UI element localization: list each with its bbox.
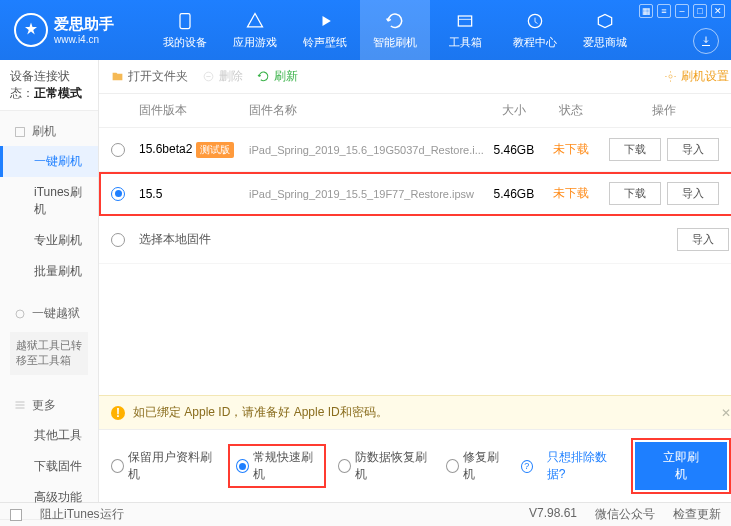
info-icon[interactable]: ? [521, 460, 533, 473]
mode-repair[interactable]: 修复刷机 [446, 449, 507, 483]
nav-3[interactable]: 智能刷机 [360, 0, 430, 60]
firmware-row[interactable]: 15.5iPad_Spring_2019_15.5_19F77_Restore.… [99, 172, 731, 216]
mode-anti-recover[interactable]: 防数据恢复刷机 [338, 449, 432, 483]
flash-settings-button[interactable]: 刷机设置 [664, 68, 729, 85]
col-size: 大小 [484, 102, 544, 119]
col-status: 状态 [544, 102, 599, 119]
app-logo: 爱思助手www.i4.cn [0, 0, 150, 60]
svg-rect-0 [180, 13, 190, 28]
exclude-data-link[interactable]: 只想排除数据? [547, 449, 619, 483]
delete-button[interactable]: 删除 [202, 68, 243, 85]
check-update-link[interactable]: 检查更新 [673, 506, 721, 523]
download-button[interactable]: 下载 [609, 182, 661, 205]
sidebar-flash-1[interactable]: iTunes刷机 [0, 177, 98, 225]
sidebar-flash-0[interactable]: 一键刷机 [0, 146, 98, 177]
col-version: 固件版本 [139, 102, 249, 119]
nav-4[interactable]: 工具箱 [430, 0, 500, 60]
download-manager-icon[interactable] [693, 28, 719, 54]
sidebar-section-flash[interactable]: 刷机 [0, 117, 98, 146]
minimize-button[interactable]: – [675, 4, 689, 18]
connection-status: 设备连接状态：正常模式 [0, 60, 98, 111]
skin-button[interactable]: ▦ [639, 4, 653, 18]
menu-button[interactable]: ≡ [657, 4, 671, 18]
svg-point-3 [16, 310, 24, 318]
col-operation: 操作 [599, 102, 729, 119]
local-firmware-label: 选择本地固件 [139, 231, 211, 248]
col-filename: 固件名称 [249, 102, 484, 119]
local-firmware-radio[interactable] [111, 233, 125, 247]
warning-text: 如已绑定 Apple ID，请准备好 Apple ID和密码。 [133, 404, 388, 421]
sidebar-section-more[interactable]: 更多 [0, 391, 98, 420]
warning-icon: ! [111, 406, 125, 420]
nav-1[interactable]: 应用游戏 [220, 0, 290, 60]
mode-normal-fast[interactable]: 常规快速刷机 [230, 446, 325, 486]
import-button[interactable]: 导入 [667, 182, 719, 205]
sidebar-more-1[interactable]: 下载固件 [0, 451, 98, 482]
app-name: 爱思助手 [54, 15, 114, 34]
flash-now-button[interactable]: 立即刷机 [635, 442, 727, 490]
firmware-row[interactable]: 15.6beta2测试版iPad_Spring_2019_15.6_19G503… [99, 128, 731, 172]
import-local-button[interactable]: 导入 [677, 228, 729, 251]
nav-2[interactable]: 铃声壁纸 [290, 0, 360, 60]
wechat-link[interactable]: 微信公众号 [595, 506, 655, 523]
import-button[interactable]: 导入 [667, 138, 719, 161]
sidebar-flash-2[interactable]: 专业刷机 [0, 225, 98, 256]
row-radio[interactable] [111, 143, 125, 157]
warning-close-icon[interactable]: ✕ [721, 406, 731, 420]
logo-icon [14, 13, 48, 47]
refresh-button[interactable]: 刷新 [257, 68, 298, 85]
close-button[interactable]: ✕ [711, 4, 725, 18]
sidebar-more-0[interactable]: 其他工具 [0, 420, 98, 451]
mode-keep-data[interactable]: 保留用户资料刷机 [111, 449, 216, 483]
block-itunes-checkbox[interactable] [10, 509, 22, 521]
version-label: V7.98.61 [529, 506, 577, 523]
maximize-button[interactable]: □ [693, 4, 707, 18]
jailbreak-note: 越狱工具已转移至工具箱 [10, 332, 88, 375]
row-radio[interactable] [111, 187, 125, 201]
open-folder-button[interactable]: 打开文件夹 [111, 68, 188, 85]
svg-rect-1 [458, 16, 471, 26]
sidebar-flash-3[interactable]: 批量刷机 [0, 256, 98, 287]
app-url: www.i4.cn [54, 34, 114, 45]
svg-point-6 [669, 75, 672, 78]
nav-6[interactable]: 爱思商城 [570, 0, 640, 60]
sidebar-section-jailbreak[interactable]: 一键越狱 [0, 299, 98, 328]
download-button[interactable]: 下载 [609, 138, 661, 161]
nav-0[interactable]: 我的设备 [150, 0, 220, 60]
nav-5[interactable]: 教程中心 [500, 0, 570, 60]
